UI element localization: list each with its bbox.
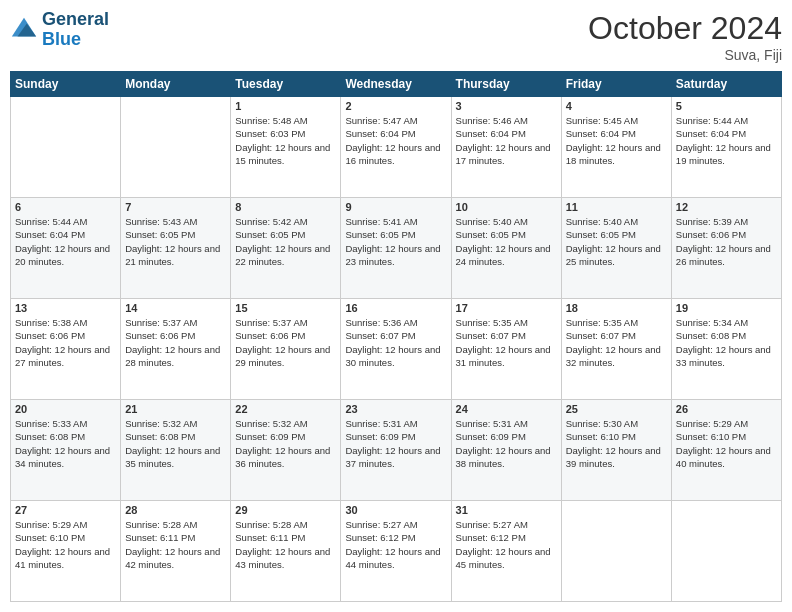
day-number: 12 [676, 201, 777, 213]
calendar-cell: 10Sunrise: 5:40 AMSunset: 6:05 PMDayligh… [451, 198, 561, 299]
daylight-text: Daylight: 12 hours and 19 minutes. [676, 141, 777, 168]
calendar-cell: 7Sunrise: 5:43 AMSunset: 6:05 PMDaylight… [121, 198, 231, 299]
sunset-text: Sunset: 6:04 PM [566, 127, 667, 140]
sunset-text: Sunset: 6:06 PM [15, 329, 116, 342]
daylight-text: Daylight: 12 hours and 25 minutes. [566, 242, 667, 269]
day-info: Sunrise: 5:47 AMSunset: 6:04 PMDaylight:… [345, 114, 446, 167]
day-number: 27 [15, 504, 116, 516]
calendar-cell: 1Sunrise: 5:48 AMSunset: 6:03 PMDaylight… [231, 97, 341, 198]
sunrise-text: Sunrise: 5:35 AM [566, 316, 667, 329]
day-number: 7 [125, 201, 226, 213]
sunrise-text: Sunrise: 5:43 AM [125, 215, 226, 228]
day-info: Sunrise: 5:40 AMSunset: 6:05 PMDaylight:… [456, 215, 557, 268]
location: Suva, Fiji [588, 47, 782, 63]
day-number: 5 [676, 100, 777, 112]
calendar-cell [561, 501, 671, 602]
day-info: Sunrise: 5:31 AMSunset: 6:09 PMDaylight:… [345, 417, 446, 470]
day-info: Sunrise: 5:46 AMSunset: 6:04 PMDaylight:… [456, 114, 557, 167]
sunrise-text: Sunrise: 5:36 AM [345, 316, 446, 329]
logo: General Blue [10, 10, 109, 50]
sunrise-text: Sunrise: 5:29 AM [15, 518, 116, 531]
calendar-cell: 19Sunrise: 5:34 AMSunset: 6:08 PMDayligh… [671, 299, 781, 400]
calendar-table: SundayMondayTuesdayWednesdayThursdayFrid… [10, 71, 782, 602]
day-number: 3 [456, 100, 557, 112]
day-header-monday: Monday [121, 72, 231, 97]
sunset-text: Sunset: 6:09 PM [235, 430, 336, 443]
daylight-text: Daylight: 12 hours and 18 minutes. [566, 141, 667, 168]
sunset-text: Sunset: 6:06 PM [676, 228, 777, 241]
daylight-text: Daylight: 12 hours and 43 minutes. [235, 545, 336, 572]
sunset-text: Sunset: 6:05 PM [345, 228, 446, 241]
day-header-thursday: Thursday [451, 72, 561, 97]
month-title: October 2024 [588, 10, 782, 47]
sunset-text: Sunset: 6:04 PM [345, 127, 446, 140]
title-block: October 2024 Suva, Fiji [588, 10, 782, 63]
calendar-cell: 22Sunrise: 5:32 AMSunset: 6:09 PMDayligh… [231, 400, 341, 501]
calendar-cell: 17Sunrise: 5:35 AMSunset: 6:07 PMDayligh… [451, 299, 561, 400]
sunset-text: Sunset: 6:06 PM [125, 329, 226, 342]
daylight-text: Daylight: 12 hours and 21 minutes. [125, 242, 226, 269]
sunrise-text: Sunrise: 5:32 AM [125, 417, 226, 430]
sunset-text: Sunset: 6:10 PM [15, 531, 116, 544]
page: General Blue October 2024 Suva, Fiji Sun… [0, 0, 792, 612]
day-number: 30 [345, 504, 446, 516]
day-info: Sunrise: 5:48 AMSunset: 6:03 PMDaylight:… [235, 114, 336, 167]
sunset-text: Sunset: 6:06 PM [235, 329, 336, 342]
logo-icon [10, 16, 38, 44]
sunset-text: Sunset: 6:12 PM [456, 531, 557, 544]
calendar-cell: 13Sunrise: 5:38 AMSunset: 6:06 PMDayligh… [11, 299, 121, 400]
calendar-cell: 18Sunrise: 5:35 AMSunset: 6:07 PMDayligh… [561, 299, 671, 400]
sunrise-text: Sunrise: 5:42 AM [235, 215, 336, 228]
daylight-text: Daylight: 12 hours and 30 minutes. [345, 343, 446, 370]
daylight-text: Daylight: 12 hours and 28 minutes. [125, 343, 226, 370]
sunrise-text: Sunrise: 5:44 AM [15, 215, 116, 228]
daylight-text: Daylight: 12 hours and 42 minutes. [125, 545, 226, 572]
week-row-3: 13Sunrise: 5:38 AMSunset: 6:06 PMDayligh… [11, 299, 782, 400]
sunset-text: Sunset: 6:04 PM [15, 228, 116, 241]
sunrise-text: Sunrise: 5:32 AM [235, 417, 336, 430]
sunrise-text: Sunrise: 5:28 AM [235, 518, 336, 531]
day-info: Sunrise: 5:31 AMSunset: 6:09 PMDaylight:… [456, 417, 557, 470]
daylight-text: Daylight: 12 hours and 36 minutes. [235, 444, 336, 471]
day-number: 22 [235, 403, 336, 415]
day-info: Sunrise: 5:28 AMSunset: 6:11 PMDaylight:… [125, 518, 226, 571]
calendar-cell: 9Sunrise: 5:41 AMSunset: 6:05 PMDaylight… [341, 198, 451, 299]
daylight-text: Daylight: 12 hours and 38 minutes. [456, 444, 557, 471]
daylight-text: Daylight: 12 hours and 23 minutes. [345, 242, 446, 269]
logo-text: General Blue [42, 10, 109, 50]
sunset-text: Sunset: 6:08 PM [125, 430, 226, 443]
sunset-text: Sunset: 6:10 PM [566, 430, 667, 443]
calendar-cell: 15Sunrise: 5:37 AMSunset: 6:06 PMDayligh… [231, 299, 341, 400]
calendar-cell: 3Sunrise: 5:46 AMSunset: 6:04 PMDaylight… [451, 97, 561, 198]
day-number: 15 [235, 302, 336, 314]
calendar-header-row: SundayMondayTuesdayWednesdayThursdayFrid… [11, 72, 782, 97]
daylight-text: Daylight: 12 hours and 35 minutes. [125, 444, 226, 471]
sunset-text: Sunset: 6:11 PM [235, 531, 336, 544]
day-info: Sunrise: 5:35 AMSunset: 6:07 PMDaylight:… [456, 316, 557, 369]
day-number: 13 [15, 302, 116, 314]
calendar-cell: 23Sunrise: 5:31 AMSunset: 6:09 PMDayligh… [341, 400, 451, 501]
sunset-text: Sunset: 6:04 PM [676, 127, 777, 140]
day-info: Sunrise: 5:29 AMSunset: 6:10 PMDaylight:… [15, 518, 116, 571]
sunrise-text: Sunrise: 5:27 AM [345, 518, 446, 531]
sunset-text: Sunset: 6:04 PM [456, 127, 557, 140]
calendar-cell: 2Sunrise: 5:47 AMSunset: 6:04 PMDaylight… [341, 97, 451, 198]
daylight-text: Daylight: 12 hours and 27 minutes. [15, 343, 116, 370]
sunset-text: Sunset: 6:03 PM [235, 127, 336, 140]
daylight-text: Daylight: 12 hours and 20 minutes. [15, 242, 116, 269]
day-header-tuesday: Tuesday [231, 72, 341, 97]
calendar-cell [671, 501, 781, 602]
calendar-cell: 6Sunrise: 5:44 AMSunset: 6:04 PMDaylight… [11, 198, 121, 299]
day-number: 10 [456, 201, 557, 213]
calendar-cell: 21Sunrise: 5:32 AMSunset: 6:08 PMDayligh… [121, 400, 231, 501]
calendar-cell: 25Sunrise: 5:30 AMSunset: 6:10 PMDayligh… [561, 400, 671, 501]
calendar-cell: 5Sunrise: 5:44 AMSunset: 6:04 PMDaylight… [671, 97, 781, 198]
sunset-text: Sunset: 6:07 PM [345, 329, 446, 342]
daylight-text: Daylight: 12 hours and 40 minutes. [676, 444, 777, 471]
daylight-text: Daylight: 12 hours and 29 minutes. [235, 343, 336, 370]
day-number: 17 [456, 302, 557, 314]
day-info: Sunrise: 5:37 AMSunset: 6:06 PMDaylight:… [125, 316, 226, 369]
sunrise-text: Sunrise: 5:37 AM [235, 316, 336, 329]
day-number: 20 [15, 403, 116, 415]
day-number: 1 [235, 100, 336, 112]
